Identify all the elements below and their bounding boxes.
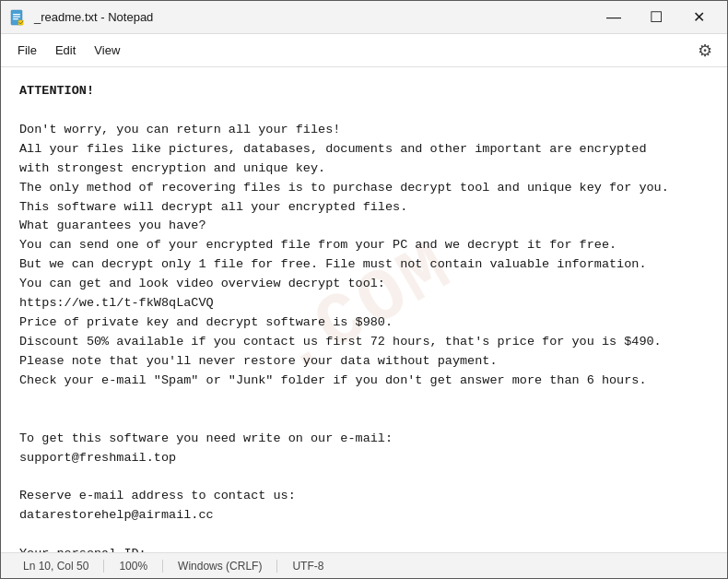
text-line: Don't worry, you can return all your fil…	[19, 121, 709, 140]
window-controls: — ☐ ✕	[593, 1, 720, 34]
text-line: Please note that you'll never restore yo…	[19, 352, 709, 372]
text-editor[interactable]: .COM ATTENTION!Don't worry, you can retu…	[1, 67, 727, 552]
menu-bar: File Edit View ⚙	[1, 34, 727, 67]
cursor-position: Ln 10, Col 50	[8, 560, 104, 573]
maximize-button[interactable]: ☐	[635, 1, 677, 34]
encoding: UTF-8	[277, 560, 338, 573]
text-line: with strongest encryption and unique key…	[19, 160, 709, 179]
text-line: Reserve e-mail address to contact us:	[19, 487, 709, 506]
text-line: But we can decrypt only 1 file for free.…	[19, 255, 709, 275]
text-line: datarestorehelp@airmail.cc	[19, 506, 709, 526]
text-line: Discount 50% available if you contact us…	[19, 333, 709, 352]
text-line: To get this software you need write on o…	[19, 430, 709, 449]
text-line: https://we.tl/t-fkW8qLaCVQ	[19, 294, 709, 313]
text-line: You can get and look video overview decr…	[19, 275, 709, 294]
text-line: support@freshmail.top	[19, 449, 709, 468]
text-line: The only method of recovering files is t…	[19, 179, 709, 198]
text-content: ATTENTION!Don't worry, you can return al…	[19, 82, 709, 552]
text-line: You can send one of your encrypted file …	[19, 236, 709, 255]
window-title: _readme.txt - Notepad	[34, 10, 593, 24]
text-line	[19, 526, 709, 545]
text-line: What guarantees you have?	[19, 217, 709, 236]
menu-view[interactable]: View	[85, 40, 129, 61]
menu-edit[interactable]: Edit	[46, 40, 85, 61]
menu-file[interactable]: File	[8, 40, 46, 61]
text-line	[19, 391, 709, 410]
status-bar: Ln 10, Col 50 100% Windows (CRLF) UTF-8	[1, 552, 727, 578]
svg-rect-1	[13, 14, 20, 15]
text-line: Your personal ID:	[19, 545, 709, 552]
close-button[interactable]: ✕	[677, 1, 720, 34]
svg-rect-2	[13, 16, 20, 17]
text-line	[19, 101, 709, 121]
zoom-level: 100%	[104, 560, 163, 573]
app-icon	[8, 8, 27, 27]
text-line: ATTENTION!	[19, 82, 709, 101]
text-line	[19, 410, 709, 430]
title-bar: _readme.txt - Notepad — ☐ ✕	[1, 1, 727, 34]
line-ending: Windows (CRLF)	[163, 560, 277, 573]
settings-button[interactable]: ⚙	[690, 36, 720, 65]
notepad-window: _readme.txt - Notepad — ☐ ✕ File Edit Vi…	[0, 0, 728, 579]
text-line: This software will decrypt all your encr…	[19, 198, 709, 218]
text-line	[19, 467, 709, 487]
svg-rect-3	[13, 18, 18, 19]
gear-icon: ⚙	[698, 41, 712, 61]
text-line: Price of private key and decrypt softwar…	[19, 313, 709, 333]
text-line: All your files like pictures, databases,…	[19, 140, 709, 160]
text-line: Check your e-mail "Spam" or "Junk" folde…	[19, 372, 709, 391]
minimize-button[interactable]: —	[593, 1, 635, 34]
